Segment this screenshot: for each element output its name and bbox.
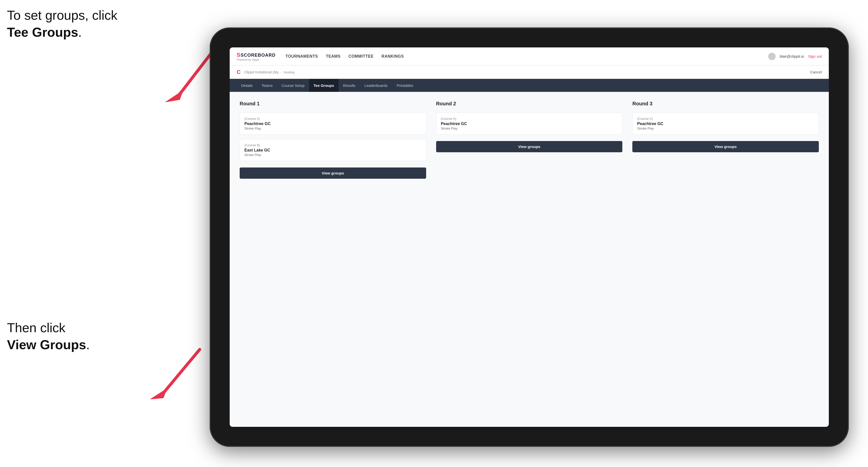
round3-course-a-name: Peachtree GC [637,122,814,126]
svg-marker-1 [165,90,184,102]
instruction-line1: To set groups, click [7,8,117,23]
course-b-label: (Course B) [244,143,422,147]
view-groups-btn-round2[interactable]: View groups [436,141,623,152]
top-nav: SSCOREBOARD Powered by clippit TOURNAMEN… [230,48,829,65]
round-2-course-a: (Course A) Peachtree GC Stroke Play [436,113,623,134]
round3-course-a-type: Stroke Play [637,127,814,130]
round-1-course-b: (Course B) East Lake GC Stroke Play [240,139,426,161]
nav-rankings[interactable]: RANKINGS [381,53,404,60]
round2-course-a-name: Peachtree GC [441,122,618,126]
svg-marker-3 [150,388,167,399]
instruction-bottom: Then click View Groups. [7,319,90,353]
logo-sub: Powered by clippit [237,58,276,61]
round3-course-a-label: (Course A) [637,117,814,121]
nav-teams[interactable]: TEAMS [326,53,341,60]
instruction-top: To set groups, click Tee Groups. [7,7,117,41]
tab-details[interactable]: Details [237,79,257,92]
view-groups-btn-round3[interactable]: View groups [632,141,819,152]
cancel-button[interactable]: Cancel [810,70,822,74]
round-3-column: Round 3 (Course A) Peachtree GC Stroke P… [632,101,819,179]
sub-nav: Details Teams Course Setup Tee Groups Re… [230,79,829,92]
tablet-shell: SSCOREBOARD Powered by clippit TOURNAMEN… [210,27,849,447]
round-3-title: Round 3 [632,101,819,106]
nav-committee[interactable]: COMMITTEE [348,53,374,60]
round-1-title: Round 1 [240,101,426,106]
tab-printables[interactable]: Printables [392,79,418,92]
course-a-type: Stroke Play [244,127,422,130]
round2-course-a-type: Stroke Play [441,127,618,130]
content-area: Round 1 (Course A) Peachtree GC Stroke P… [230,92,829,427]
nav-tournaments[interactable]: TOURNAMENTS [286,53,318,60]
nav-links: TOURNAMENTS TEAMS COMMITTEE RANKINGS [286,53,768,60]
round-1-column: Round 1 (Course A) Peachtree GC Stroke P… [240,101,426,179]
arrow-bottom [135,342,210,407]
tablet-screen: SSCOREBOARD Powered by clippit TOURNAMEN… [230,48,829,427]
tab-teams[interactable]: Teams [257,79,277,92]
course-a-label: (Course A) [244,117,422,121]
user-avatar [768,53,776,60]
course-b-type: Stroke Play [244,153,422,157]
tournament-bar: C Clippd Invitational (My... Hosting Can… [230,65,829,79]
user-email: blair@clippit.io [780,54,804,58]
round-1-course-a: (Course A) Peachtree GC Stroke Play [240,113,426,134]
svg-line-2 [162,349,200,394]
instruction-view-groups: View Groups [7,338,86,352]
round-2-column: Round 2 (Course A) Peachtree GC Stroke P… [436,101,623,179]
period1: . [78,25,82,39]
logo-area: SSCOREBOARD Powered by clippit [237,52,276,61]
sign-out-link[interactable]: Sign out [808,54,822,58]
course-b-name: East Lake GC [244,148,422,153]
course-a-name: Peachtree GC [244,122,422,126]
round2-course-a-label: (Course A) [441,117,618,121]
tab-results[interactable]: Results [339,79,360,92]
tournament-name: Clippd Invitational (My... Hosting [244,70,810,74]
period2: . [86,338,90,352]
round-2-title: Round 2 [436,101,623,106]
tab-tee-groups[interactable]: Tee Groups [309,79,339,92]
tournament-logo-c: C [237,69,241,75]
logo-text: SSCOREBOARD [237,52,276,58]
tab-course-setup[interactable]: Course Setup [277,79,309,92]
instruction-line3: Then click [7,320,65,335]
nav-right: blair@clippit.io Sign out [768,53,822,60]
instruction-tee-groups: Tee Groups [7,25,78,39]
tab-leaderboards[interactable]: Leaderboards [360,79,392,92]
rounds-grid: Round 1 (Course A) Peachtree GC Stroke P… [240,101,819,179]
round-3-course-a: (Course A) Peachtree GC Stroke Play [632,113,819,134]
view-groups-btn-round1[interactable]: View groups [240,167,426,179]
logo-c: S [237,52,241,58]
